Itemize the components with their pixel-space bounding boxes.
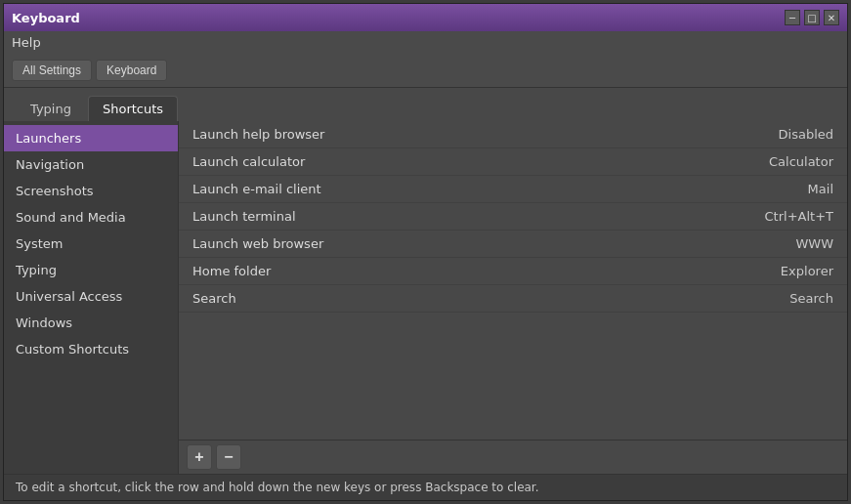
table-row[interactable]: SearchSearch (179, 285, 847, 313)
table-row[interactable]: Launch help browserDisabled (179, 121, 847, 148)
titlebar: Keyboard ─ □ ✕ (4, 4, 847, 31)
window-title: Keyboard (12, 11, 80, 25)
shortcut-name: Launch terminal (192, 209, 755, 224)
bottom-toolbar: + − (179, 440, 847, 474)
tab-shortcuts[interactable]: Shortcuts (88, 96, 178, 121)
remove-shortcut-button[interactable]: − (216, 444, 241, 470)
sidebar-item-screenshots[interactable]: Screenshots (4, 178, 178, 204)
all-settings-button[interactable]: All Settings (12, 60, 92, 81)
table-row[interactable]: Home folderExplorer (179, 258, 847, 285)
main-panel: Launch help browserDisabledLaunch calcul… (178, 121, 847, 474)
menu-help[interactable]: Help (12, 35, 41, 50)
sidebar-item-typing[interactable]: Typing (4, 257, 178, 283)
shortcut-name: Launch calculator (192, 154, 755, 169)
table-row[interactable]: Launch calculatorCalculator (179, 148, 847, 176)
shortcut-key: WWW (755, 236, 833, 251)
shortcut-name: Search (192, 291, 755, 306)
menu-bar: Help (4, 31, 847, 54)
keyboard-button[interactable]: Keyboard (96, 60, 167, 81)
sidebar-item-windows[interactable]: Windows (4, 310, 178, 336)
table-row[interactable]: Launch terminalCtrl+Alt+T (179, 203, 847, 231)
status-text: To edit a shortcut, click the row and ho… (16, 481, 539, 494)
tabs-bar: Typing Shortcuts (4, 88, 847, 121)
shortcut-name: Launch web browser (192, 236, 755, 251)
table-row[interactable]: Launch web browserWWW (179, 231, 847, 258)
add-shortcut-button[interactable]: + (187, 444, 212, 470)
window-controls: ─ □ ✕ (785, 10, 839, 25)
breadcrumb: All Settings Keyboard (4, 54, 847, 88)
minimize-button[interactable]: ─ (785, 10, 800, 25)
keyboard-window: Keyboard ─ □ ✕ Help All Settings Keyboar… (3, 3, 848, 501)
shortcut-list: Launch help browserDisabledLaunch calcul… (179, 121, 847, 440)
shortcut-name: Launch e-mail client (192, 182, 755, 196)
shortcut-name: Launch help browser (192, 127, 755, 142)
sidebar: LaunchersNavigationScreenshotsSound and … (4, 121, 178, 474)
shortcut-key: Calculator (755, 154, 833, 169)
tab-typing[interactable]: Typing (16, 96, 86, 121)
sidebar-item-sound-and-media[interactable]: Sound and Media (4, 204, 178, 231)
shortcut-key: Search (755, 291, 833, 306)
table-row[interactable]: Launch e-mail clientMail (179, 176, 847, 203)
sidebar-item-launchers[interactable]: Launchers (4, 125, 178, 151)
shortcut-key: Mail (755, 182, 833, 196)
maximize-button[interactable]: □ (804, 10, 820, 25)
sidebar-item-navigation[interactable]: Navigation (4, 151, 178, 178)
shortcut-key: Disabled (755, 127, 833, 142)
sidebar-item-system[interactable]: System (4, 231, 178, 257)
status-bar: To edit a shortcut, click the row and ho… (4, 474, 847, 500)
shortcut-key: Ctrl+Alt+T (755, 209, 833, 224)
shortcut-name: Home folder (192, 264, 755, 278)
sidebar-item-universal-access[interactable]: Universal Access (4, 283, 178, 310)
shortcut-key: Explorer (755, 264, 833, 278)
close-button[interactable]: ✕ (824, 10, 839, 25)
content-area: LaunchersNavigationScreenshotsSound and … (4, 121, 847, 474)
sidebar-item-custom-shortcuts[interactable]: Custom Shortcuts (4, 336, 178, 362)
